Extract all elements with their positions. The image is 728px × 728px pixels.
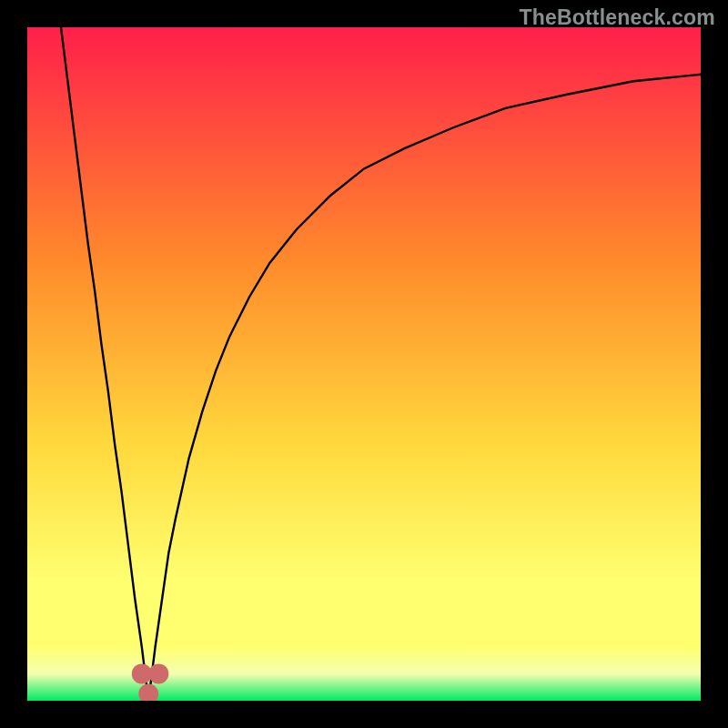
gradient-background — [27, 27, 701, 701]
plot-area — [27, 27, 701, 701]
bottleneck-chart — [27, 27, 701, 701]
marker-opt-right — [148, 663, 168, 683]
chart-frame: TheBottleneck.com — [0, 0, 728, 728]
watermark-text: TheBottleneck.com — [519, 5, 715, 30]
